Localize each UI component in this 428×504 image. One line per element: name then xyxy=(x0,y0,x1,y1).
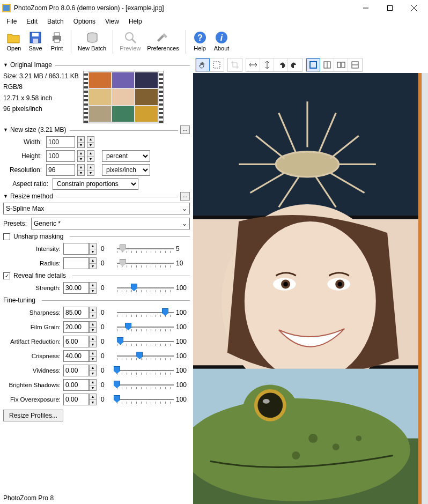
preferences-button[interactable]: Preferences xyxy=(144,29,182,53)
open-button[interactable]: Open xyxy=(3,29,25,53)
strength-slider[interactable] xyxy=(117,283,174,293)
slider-input[interactable] xyxy=(63,365,89,376)
intensity-slider[interactable] xyxy=(117,243,174,254)
svg-text:i: i xyxy=(220,33,223,42)
strength-input[interactable] xyxy=(63,282,89,294)
unsharp-checkbox[interactable] xyxy=(3,233,10,240)
resize-method-select[interactable]: S-Spline Max⌄ xyxy=(3,203,190,214)
original-image-header[interactable]: ▼ Original Image xyxy=(3,61,190,69)
slider-spinner[interactable]: ▲▼ xyxy=(89,307,97,318)
slider-track[interactable] xyxy=(117,394,174,405)
view-compare-button[interactable] xyxy=(334,58,348,71)
help-button[interactable]: ? Help xyxy=(189,29,211,53)
undo-button[interactable] xyxy=(274,58,288,71)
resize-method-header[interactable]: ▼ Resize method ... xyxy=(3,192,190,201)
slider-track[interactable] xyxy=(117,322,174,332)
slider-label: Sharpness: xyxy=(3,309,63,316)
preview-button[interactable]: Preview xyxy=(116,29,144,53)
menu-file[interactable]: File xyxy=(2,17,21,26)
radius-spinner[interactable]: ▲▼ xyxy=(89,257,97,269)
size-unit-select[interactable]: percent xyxy=(102,150,150,162)
slider-input[interactable] xyxy=(63,321,89,333)
slider-track[interactable] xyxy=(117,351,174,361)
redo-button[interactable] xyxy=(288,58,302,71)
radius-slider[interactable] xyxy=(117,258,174,269)
preview-scrollbar[interactable] xyxy=(422,73,428,504)
preview-viewport[interactable] xyxy=(193,73,422,504)
collapse-icon: ▼ xyxy=(3,127,8,132)
menu-options[interactable]: Options xyxy=(69,17,100,26)
minimize-button[interactable] xyxy=(353,1,378,16)
new-size-header[interactable]: ▼ New size (3.21 MB) ... xyxy=(3,125,190,134)
collapse-icon: ▼ xyxy=(3,194,8,199)
radius-input[interactable] xyxy=(63,257,89,269)
view-split-h-button[interactable] xyxy=(348,58,362,71)
menu-view[interactable]: View xyxy=(101,17,123,26)
height-spinner[interactable]: ▲▼ xyxy=(77,150,85,162)
presets-select[interactable]: Generic *⌄ xyxy=(31,218,190,229)
resolution-unit-select[interactable]: pixels/inch xyxy=(102,164,150,176)
slider-input[interactable] xyxy=(63,394,89,405)
reveal-checkbox[interactable]: ✓ xyxy=(3,272,10,279)
slider-input[interactable] xyxy=(63,307,89,318)
slider-input[interactable] xyxy=(63,379,89,391)
slider-spinner[interactable]: ▲▼ xyxy=(89,350,97,362)
fit-height-button[interactable] xyxy=(260,58,274,71)
new-batch-button[interactable]: New Batch xyxy=(75,29,109,53)
svg-rect-26 xyxy=(342,62,345,68)
marquee-tool-button[interactable] xyxy=(210,58,224,71)
slider-track[interactable] xyxy=(117,336,174,347)
slider-spinner[interactable]: ▲▼ xyxy=(89,365,97,376)
resolution-input[interactable] xyxy=(46,164,75,176)
maximize-button[interactable] xyxy=(378,1,402,16)
svg-rect-62 xyxy=(418,73,422,504)
slider-spinner[interactable]: ▲▼ xyxy=(89,336,97,347)
print-button[interactable]: Print xyxy=(46,29,68,53)
hand-tool-button[interactable] xyxy=(196,58,210,71)
view-split-v-button[interactable] xyxy=(320,58,334,71)
view-single-button[interactable] xyxy=(306,58,320,71)
slider-spinner[interactable]: ▲▼ xyxy=(89,394,97,405)
slider-input[interactable] xyxy=(63,350,89,362)
svg-point-59 xyxy=(333,443,340,450)
slider-track[interactable] xyxy=(117,307,174,318)
slider-track[interactable] xyxy=(117,365,174,376)
resolution-spinner[interactable]: ▲▼ xyxy=(77,164,85,176)
original-thumbnail[interactable] xyxy=(83,71,164,123)
slider-max: 100 xyxy=(176,352,190,360)
about-button[interactable]: i About xyxy=(211,29,233,53)
width-step-spinner[interactable]: ▲▼ xyxy=(87,136,94,148)
menu-edit[interactable]: Edit xyxy=(22,17,42,26)
resize-method-options-button[interactable]: ... xyxy=(180,192,190,201)
slider-track[interactable] xyxy=(117,380,174,390)
height-input[interactable] xyxy=(46,150,75,162)
menu-help[interactable]: Help xyxy=(124,17,146,26)
intensity-min: 0 xyxy=(101,245,115,253)
save-label: Save xyxy=(28,45,42,51)
slider-spinner[interactable]: ▲▼ xyxy=(89,379,97,391)
slider-input[interactable] xyxy=(63,336,89,347)
about-label: About xyxy=(214,45,230,51)
reveal-label: Reveal fine details xyxy=(13,272,66,279)
aspect-select[interactable]: Constrain proportions xyxy=(53,178,138,190)
resize-profiles-button[interactable]: Resize Profiles... xyxy=(3,410,63,421)
slider-spinner[interactable]: ▲▼ xyxy=(89,321,97,333)
height-label: Height: xyxy=(3,152,44,160)
svg-point-47 xyxy=(283,282,288,287)
intensity-spinner[interactable]: ▲▼ xyxy=(89,243,97,255)
resolution-step-spinner[interactable]: ▲▼ xyxy=(87,164,94,176)
close-button[interactable] xyxy=(402,1,426,16)
height-step-spinner[interactable]: ▲▼ xyxy=(87,150,94,162)
save-button[interactable]: Save xyxy=(25,29,46,53)
menu-batch[interactable]: Batch xyxy=(43,17,68,26)
width-spinner[interactable]: ▲▼ xyxy=(77,136,85,148)
width-input[interactable] xyxy=(46,136,75,148)
new-size-options-button[interactable]: ... xyxy=(180,125,190,134)
intensity-max: 5 xyxy=(176,245,190,253)
svg-point-50 xyxy=(337,282,342,287)
status-text: PhotoZoom Pro 8 xyxy=(3,494,54,502)
strength-spinner[interactable]: ▲▼ xyxy=(89,282,97,294)
fit-width-button[interactable] xyxy=(246,58,260,71)
intensity-input[interactable] xyxy=(63,243,89,255)
crop-tool-button[interactable] xyxy=(228,58,242,71)
